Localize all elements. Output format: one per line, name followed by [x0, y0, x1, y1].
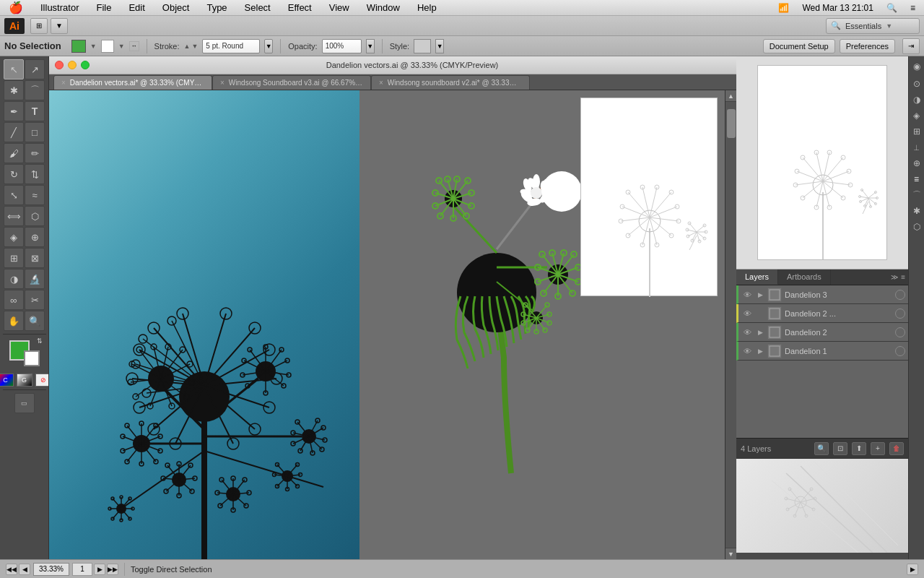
rect-tool[interactable]: □ — [25, 122, 45, 142]
menu-select[interactable]: Select — [242, 2, 274, 13]
transform-panel-icon[interactable]: ⟂ — [910, 140, 924, 155]
layer-visibility-2[interactable]: 👁 — [741, 327, 753, 338]
stroke-panel-icon[interactable]: ⊙ — [910, 77, 924, 91]
doc-setup-button[interactable]: Document Setup — [763, 39, 835, 53]
fill-dropdown[interactable]: ▼ — [90, 43, 97, 50]
shape-builder-tool[interactable]: ◈ — [4, 227, 24, 247]
stroke-value[interactable]: 5 pt. Round — [202, 39, 260, 53]
apple-menu[interactable]: 🍎 — [6, 1, 26, 14]
appearance-panel-icon[interactable]: ◈ — [910, 108, 924, 123]
brushes-panel-icon[interactable]: ⌒ — [910, 188, 924, 202]
style-icon[interactable]: ↔ — [129, 41, 139, 51]
stroke-color-box[interactable] — [24, 350, 40, 366]
rotate-tool[interactable]: ↻ — [4, 164, 24, 184]
workspace-switcher[interactable]: ▼ — [51, 18, 68, 34]
layers-panel-icon[interactable]: ≡ — [910, 172, 924, 186]
free-transform-tool[interactable]: ⬡ — [25, 206, 45, 226]
warp-tool[interactable]: ≈ — [25, 185, 45, 205]
menu-file[interactable]: File — [93, 2, 114, 13]
scroll-down-btn[interactable]: ▼ — [725, 548, 737, 559]
delete-layer-btn[interactable]: 🗑 — [889, 442, 904, 455]
zoom-input[interactable] — [33, 563, 69, 576]
nav-first-btn[interactable]: ◀◀ — [6, 564, 17, 575]
gradient-mode-btn[interactable]: G — [17, 374, 32, 387]
panel-menu-icon[interactable]: ≡ — [901, 273, 905, 281]
layers-tab[interactable]: Layers — [736, 269, 778, 285]
status-arrow-btn[interactable]: ▶ — [907, 564, 918, 575]
live-paint-tool[interactable]: ⊕ — [25, 227, 45, 247]
swap-colors-icon[interactable]: ⇅ — [37, 337, 43, 345]
zoom-tool[interactable]: 🔍 — [25, 311, 45, 331]
layer-row-0[interactable]: 👁 ▶ Dandelion 3 — [736, 285, 908, 304]
color-panel-icon[interactable]: ◉ — [910, 59, 924, 74]
layer-expand-0[interactable]: ▶ — [756, 290, 764, 299]
menu-type[interactable]: Type — [204, 2, 230, 13]
tab-2[interactable]: × Windsong soundboard v2.ai* @ 33.33% (C… — [371, 75, 530, 90]
gradient-tool[interactable]: ◑ — [4, 269, 24, 289]
profile-button[interactable]: ⊞ — [30, 18, 48, 34]
layer-visibility-0[interactable]: 👁 — [741, 289, 753, 301]
layer-target-3[interactable] — [895, 346, 905, 356]
nav-last-btn[interactable]: ▶▶ — [107, 564, 118, 575]
none-mode-btn[interactable]: ⊘ — [35, 374, 50, 387]
search-field[interactable]: 🔍 Essentials ▼ — [826, 18, 920, 34]
layer-row-2[interactable]: 👁 ▶ Dandelion 2 — [736, 323, 908, 342]
scroll-thumb[interactable] — [727, 109, 736, 138]
reflect-tool[interactable]: ⇅ — [25, 164, 45, 184]
tab-close-0[interactable]: × — [61, 79, 66, 87]
paint-brush-tool[interactable]: 🖌 — [4, 143, 24, 163]
layer-row-3[interactable]: 👁 ▶ Dandelion 1 — [736, 342, 908, 361]
new-sublayer-btn[interactable]: ⊡ — [833, 442, 847, 455]
layer-search-btn[interactable]: 🔍 — [814, 442, 829, 455]
blend-tool[interactable]: ∞ — [4, 290, 24, 310]
magic-wand-tool[interactable]: ✱ — [4, 80, 24, 100]
type-tool[interactable]: T — [25, 101, 45, 121]
new-layer-btn[interactable]: + — [871, 442, 885, 455]
tab-close-2[interactable]: × — [379, 79, 383, 87]
close-button[interactable] — [55, 61, 64, 69]
nav-next-btn[interactable]: ▶ — [94, 564, 105, 575]
tab-0[interactable]: × Dandelion vectors.ai* @ 33.33% (CMYK/P… — [53, 75, 212, 90]
stroke-dropdown[interactable]: ▼ — [118, 43, 125, 50]
stroke-type-btn[interactable]: ▼ — [264, 39, 273, 53]
nav-prev-btn[interactable]: ◀ — [19, 564, 30, 575]
menu-effect[interactable]: Effect — [285, 2, 315, 13]
tab-1[interactable]: × Windsong Soundboard v3.ai @ 66.67% (CM… — [212, 75, 371, 90]
layer-target-0[interactable] — [895, 290, 905, 300]
preferences-button[interactable]: Preferences — [840, 39, 895, 53]
width-tool[interactable]: ⟺ — [4, 206, 24, 226]
collapse-panels-btn[interactable]: ⇥ — [902, 38, 920, 54]
minimize-button[interactable] — [68, 61, 77, 69]
layer-expand-1[interactable] — [756, 309, 764, 318]
menu-help[interactable]: Help — [414, 2, 440, 13]
essentials-dropdown-icon[interactable]: ▼ — [886, 22, 892, 30]
opacity-value[interactable]: 100% — [322, 39, 362, 53]
layer-visibility-1[interactable]: 👁 — [741, 308, 753, 319]
stroke-down[interactable]: ▼ — [191, 43, 198, 50]
artboards-tab[interactable]: Artboards — [778, 269, 831, 285]
change-screen-mode[interactable]: ▭ — [14, 393, 35, 413]
pencil-tool[interactable]: ✏ — [25, 143, 45, 163]
style-swatch[interactable] — [414, 39, 431, 53]
menu-extras-icon[interactable]: ≡ — [907, 3, 918, 13]
fill-color[interactable] — [71, 40, 86, 53]
opacity-dropdown[interactable]: ▼ — [366, 39, 375, 53]
align-panel-icon[interactable]: ⊞ — [910, 124, 924, 139]
pathfinder-panel-icon[interactable]: ⊕ — [910, 156, 924, 171]
symbols-panel-icon[interactable]: ✱ — [910, 204, 924, 218]
scroll-up-btn[interactable]: ▲ — [725, 90, 737, 102]
stroke-up[interactable]: ▲ — [183, 43, 190, 50]
hand-tool[interactable]: ✋ — [4, 311, 24, 331]
selection-tool[interactable]: ↖ — [4, 59, 24, 79]
panel-expand-icon[interactable]: ≫ — [891, 273, 898, 281]
menu-object[interactable]: Object — [160, 2, 193, 13]
scale-tool[interactable]: ⤡ — [4, 185, 24, 205]
menu-edit[interactable]: Edit — [126, 2, 147, 13]
search-icon[interactable]: 🔍 — [884, 3, 900, 13]
line-tool[interactable]: ╱ — [4, 122, 24, 142]
lasso-tool[interactable]: ⌒ — [25, 80, 45, 100]
direct-selection-tool[interactable]: ↗ — [25, 59, 45, 79]
maximize-button[interactable] — [81, 61, 90, 69]
pen-tool[interactable]: ✒ — [4, 101, 24, 121]
stroke-color[interactable] — [101, 40, 114, 53]
